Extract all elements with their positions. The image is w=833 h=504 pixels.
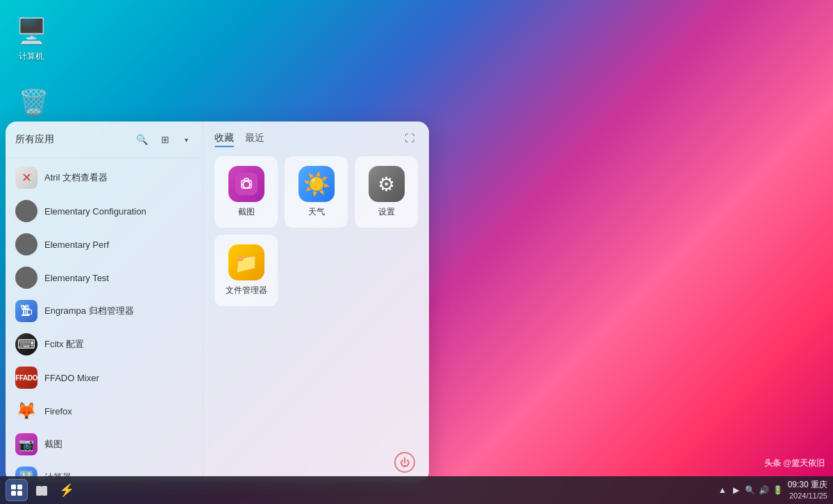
elem-test-name: Elementary Test xyxy=(44,273,109,283)
tab-recent[interactable]: 最近 xyxy=(245,131,264,146)
pinned-weather-icon: ☀️ xyxy=(298,166,335,202)
app-item-firefox[interactable]: 🦊 Firefox xyxy=(6,394,203,428)
date-display: 2024/11/25 xyxy=(788,491,827,501)
timezone-label: 重庆 xyxy=(811,480,827,489)
svg-rect-0 xyxy=(235,173,258,195)
tray-volume-icon[interactable]: 🔊 xyxy=(759,485,770,496)
app-item-elem-conf[interactable]: Elementary Configuration xyxy=(6,194,203,228)
elem-test-icon xyxy=(15,267,37,289)
pinned-app-screenshot[interactable]: 截图 xyxy=(214,156,278,228)
watermark: 头条 @篮天依旧 xyxy=(764,457,825,469)
svg-rect-5 xyxy=(11,491,16,496)
elem-conf-icon xyxy=(15,200,37,222)
launcher-taskbar-btn[interactable] xyxy=(6,479,28,501)
elem-perf-icon xyxy=(15,233,37,255)
power-button[interactable]: ⏻ xyxy=(394,452,415,473)
computer-icon: 🖥️ xyxy=(15,15,48,48)
ffado-icon: FFADO xyxy=(15,367,37,389)
svg-rect-8 xyxy=(42,486,47,496)
elem-perf-name: Elementary Perf xyxy=(44,240,109,250)
time-display: 09:30 重庆 xyxy=(788,480,827,491)
firefox-icon: 🦊 xyxy=(15,400,37,422)
fcitx-name: Fcitx 配置 xyxy=(44,338,84,351)
grid-view-btn[interactable]: ⊞ xyxy=(155,130,175,149)
trash-icon: 🗑️ xyxy=(17,86,50,119)
search-icon-btn[interactable]: 🔍 xyxy=(132,130,151,149)
pinned-app-files[interactable]: 📁 文件管理器 xyxy=(214,235,278,306)
pinned-app-settings[interactable]: ⚙ 设置 xyxy=(355,156,418,228)
launcher-header-icons: 🔍 ⊞ ▾ xyxy=(132,130,193,149)
taskbar: ⚡ ▲ ▶ 🔍 🔊 🔋 09:30 重庆 2024/11/25 xyxy=(0,476,833,504)
app-item-fcitx[interactable]: ⌨ Fcitx 配置 xyxy=(6,328,203,361)
dropdown-arrow-icon[interactable]: ▾ xyxy=(179,133,193,146)
svg-rect-4 xyxy=(17,485,22,489)
svg-rect-7 xyxy=(36,486,42,496)
launcher-left-panel: 所有应用 🔍 ⊞ ▾ ✕ Atril 文档查看器 Elementary Conf… xyxy=(6,121,203,482)
app-item-elem-perf[interactable]: Elementary Perf xyxy=(6,228,203,261)
screenshot-name: 截图 xyxy=(44,438,62,451)
tab-pinned[interactable]: 收藏 xyxy=(214,131,234,146)
app-item-ffado[interactable]: FFADO FFADO Mixer xyxy=(6,361,203,394)
datetime: 09:30 重庆 2024/11/25 xyxy=(788,480,827,501)
tray-battery-icon[interactable]: 🔋 xyxy=(773,485,784,496)
files-taskbar-btn[interactable] xyxy=(31,479,53,501)
pinned-settings-icon: ⚙ xyxy=(369,166,405,202)
app-item-engrampa[interactable]: 🗜 Engrampa 归档管理器 xyxy=(6,294,203,328)
pinned-apps-grid: 截图 ☀️ 天气 ⚙ 设置 📁 文件管理器 xyxy=(214,156,418,306)
pinned-files-icon: 📁 xyxy=(228,244,264,280)
atril-icon: ✕ xyxy=(15,167,37,189)
app-launcher: 所有应用 🔍 ⊞ ▾ ✕ Atril 文档查看器 Elementary Conf… xyxy=(6,121,429,482)
engrampa-icon: 🗜 xyxy=(15,300,37,322)
tray-play-icon[interactable]: ▶ xyxy=(731,485,742,496)
desktop-icon-computer[interactable]: 🖥️ 计算机 xyxy=(10,10,52,67)
app-item-screenshot[interactable]: 📷 截图 xyxy=(6,428,203,461)
launcher-tabs: 收藏 最近 ⛶ xyxy=(214,130,418,146)
pinned-screenshot-label: 截图 xyxy=(238,206,255,218)
screenshot-icon: 📷 xyxy=(15,433,37,455)
app-item-elem-test[interactable]: Elementary Test xyxy=(6,261,203,294)
launcher-title: 所有应用 xyxy=(15,133,126,146)
elem-conf-name: Elementary Configuration xyxy=(44,206,146,217)
launcher-header: 所有应用 🔍 ⊞ ▾ xyxy=(6,121,203,158)
tray-search-icon[interactable]: 🔍 xyxy=(745,485,756,496)
taskbar-right: ▲ ▶ 🔍 🔊 🔋 09:30 重庆 2024/11/25 xyxy=(717,480,827,501)
pinned-weather-label: 天气 xyxy=(308,206,325,218)
fcitx-icon: ⌨ xyxy=(15,333,37,355)
desktop: 🖥️ 计算机 🗑️ 回收站 所有应用 🔍 ⊞ ▾ ✕ Atril 文档查看器 xyxy=(0,0,833,504)
pinned-app-weather[interactable]: ☀️ 天气 xyxy=(285,156,348,228)
tray-up-icon[interactable]: ▲ xyxy=(717,485,728,496)
expand-btn[interactable]: ⛶ xyxy=(401,130,418,146)
computer-label: 计算机 xyxy=(19,51,44,62)
launcher-right-panel: 收藏 最近 ⛶ xyxy=(203,121,429,482)
pinned-screenshot-icon xyxy=(228,166,264,202)
pinned-settings-label: 设置 xyxy=(378,206,395,218)
power-taskbar-btn[interactable]: ⚡ xyxy=(56,479,78,501)
tray-icons: ▲ ▶ 🔍 🔊 🔋 xyxy=(717,485,784,496)
svg-rect-6 xyxy=(17,491,22,496)
engrampa-name: Engrampa 归档管理器 xyxy=(44,305,134,317)
ffado-name: FFADO Mixer xyxy=(44,373,99,383)
firefox-name: Firefox xyxy=(44,406,72,417)
atril-name: Atril 文档查看器 xyxy=(44,171,108,184)
app-item-atril[interactable]: ✕ Atril 文档查看器 xyxy=(6,161,203,194)
svg-rect-3 xyxy=(11,485,16,489)
app-list: ✕ Atril 文档查看器 Elementary Configuration E… xyxy=(6,158,203,482)
pinned-files-label: 文件管理器 xyxy=(226,285,267,296)
